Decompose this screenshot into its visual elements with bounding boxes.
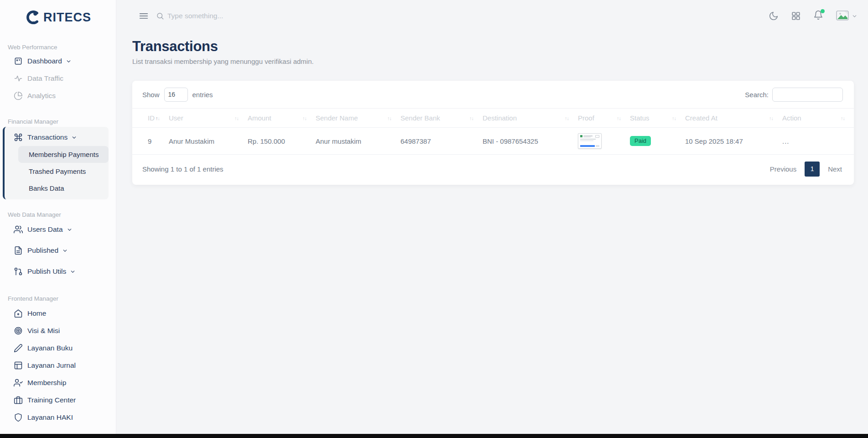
app-window: RITECS Web Performance Dashboard Data Tr… <box>0 0 868 438</box>
sidebar-item-transactions[interactable]: Transactions <box>5 129 109 146</box>
show-label: Show <box>142 91 160 99</box>
sidebar-section-financial-manager: Financial Manager <box>0 118 116 125</box>
column-header-status[interactable]: Status↑↓ <box>630 109 685 128</box>
status-badge: Paid <box>630 136 651 146</box>
cell-amount: Rp. 150.000 <box>248 128 316 155</box>
column-header-created-at[interactable]: Created At↑↓ <box>685 109 782 128</box>
proof-thumbnail[interactable] <box>578 133 602 149</box>
sidebar-item-membership[interactable]: Membership <box>0 374 116 391</box>
sort-icon: ↑↓ <box>387 115 391 121</box>
pagination: Previous 1 Next <box>770 162 842 177</box>
cell-sender-bank: 64987387 <box>400 128 483 155</box>
sidebar: RITECS Web Performance Dashboard Data Tr… <box>0 0 116 438</box>
sidebar-item-trashed-payments[interactable]: Trashed Payments <box>18 163 109 180</box>
sidebar-item-banks-data[interactable]: Banks Data <box>18 180 109 197</box>
sidebar-item-published[interactable]: Published <box>0 240 116 261</box>
activity-icon <box>14 74 23 83</box>
sort-icon: ↑↓ <box>565 115 569 121</box>
sidebar-section-frontend-manager: Frontend Manager <box>0 295 116 302</box>
table-search-label: Search: <box>745 91 769 99</box>
column-header-proof[interactable]: Proof↑↓ <box>578 109 630 128</box>
transactions-table-card: Show entries Search: <box>132 81 854 185</box>
sidebar-item-layanan-jurnal[interactable]: Layanan Jurnal <box>0 357 116 374</box>
global-search-input[interactable] <box>167 12 313 20</box>
file-text-icon <box>14 246 23 255</box>
cell-destination: BNI - 0987654325 <box>483 128 578 155</box>
sort-icon: ↑↓ <box>617 115 621 121</box>
transactions-table: ID↑↓ User↑↓ Amount↑↓ Sender Name↑↓ Sende… <box>132 108 854 155</box>
chevron-down-icon <box>67 227 73 233</box>
sort-icon: ↑↓ <box>469 115 473 121</box>
topbar-search <box>156 12 313 20</box>
sidebar-item-analytics[interactable]: Analytics <box>0 87 116 104</box>
entries-label: entries <box>192 91 213 99</box>
brand-logo[interactable]: RITECS <box>0 7 116 27</box>
cell-created-at: 10 Sep 2025 18:47 <box>685 128 782 155</box>
chevron-down-icon <box>71 135 77 141</box>
table-search-input[interactable] <box>772 88 843 102</box>
sort-icon: ↑↓ <box>302 115 307 121</box>
notification-dot <box>821 9 825 13</box>
sidebar-item-training-center[interactable]: Training Center <box>0 391 116 409</box>
chevron-down-icon <box>66 58 72 64</box>
entries-count-input[interactable] <box>164 88 188 102</box>
user-menu[interactable] <box>836 10 858 22</box>
dashboard-icon <box>14 57 23 66</box>
column-header-amount[interactable]: Amount↑↓ <box>248 109 316 128</box>
cell-user: Anur Mustakim <box>169 128 248 155</box>
main-area: Transactions List transaksi membership y… <box>116 0 868 438</box>
sidebar-item-layanan-haki[interactable]: Layanan HAKI <box>0 409 116 426</box>
sidebar-item-visi-misi[interactable]: Visi & Misi <box>0 322 116 339</box>
briefcase-icon <box>14 396 23 405</box>
shield-icon <box>14 413 23 422</box>
sidebar-item-layanan-buku[interactable]: Layanan Buku <box>0 339 116 357</box>
sidebar-item-publish-utils[interactable]: Publish Utils <box>0 261 116 282</box>
brand-name: RITECS <box>43 10 91 25</box>
pen-icon <box>14 344 23 353</box>
cell-id: 9 <box>132 128 169 155</box>
brand-logo-icon <box>25 10 40 25</box>
current-page-button[interactable]: 1 <box>805 162 820 177</box>
next-page-button[interactable]: Next <box>828 165 842 173</box>
previous-page-button[interactable]: Previous <box>770 165 796 173</box>
sort-icon: ↑↓ <box>841 115 845 121</box>
user-check-icon <box>14 378 23 387</box>
screen-bottom-bar <box>0 434 868 438</box>
cell-sender-name: Anur mustakim <box>316 128 400 155</box>
page-content: Transactions List transaksi membership y… <box>116 32 868 185</box>
page-subtitle: List transaksi membership yang menunggu … <box>132 57 854 65</box>
avatar-broken-image <box>836 10 850 22</box>
column-header-sender-bank[interactable]: Sender Bank↑↓ <box>400 109 483 128</box>
row-actions-button[interactable]: ... <box>782 137 790 145</box>
sidebar-item-membership-payments[interactable]: Membership Payments <box>18 146 109 163</box>
chevron-down-icon <box>62 248 68 254</box>
showing-entries-text: Showing 1 to 1 of 1 entries <box>142 165 223 173</box>
grid-icon[interactable] <box>791 11 801 21</box>
sidebar-item-users-data[interactable]: Users Data <box>0 219 116 240</box>
cell-action: ... <box>782 128 854 155</box>
sidebar-section-web-performance: Web Performance <box>0 44 116 51</box>
column-header-id[interactable]: ID↑↓ <box>132 109 169 128</box>
topbar-actions <box>769 10 858 22</box>
users-icon <box>14 225 23 234</box>
page-title: Transactions <box>132 38 854 55</box>
column-header-sender-name[interactable]: Sender Name↑↓ <box>316 109 400 128</box>
sort-icon: ↑↓ <box>672 115 676 121</box>
command-icon <box>14 133 23 142</box>
sidebar-item-data-traffic[interactable]: Data Traffic <box>0 70 116 87</box>
sort-icon: ↑↓ <box>234 115 239 121</box>
cell-proof <box>578 128 630 155</box>
search-icon <box>156 12 164 20</box>
sidebar-item-dashboard[interactable]: Dashboard <box>0 52 116 70</box>
target-icon <box>14 326 23 335</box>
column-header-destination[interactable]: Destination↑↓ <box>483 109 578 128</box>
sidebar-item-home[interactable]: Home <box>0 305 116 322</box>
column-header-action[interactable]: Action↑↓ <box>782 109 854 128</box>
chevron-down-icon <box>70 269 76 275</box>
sidebar-section-web-data-manager: Web Data Manager <box>0 211 116 218</box>
pie-chart-icon <box>14 91 23 100</box>
column-header-user[interactable]: User↑↓ <box>169 109 248 128</box>
layout-icon <box>14 361 23 370</box>
menu-icon[interactable] <box>139 11 149 21</box>
moon-icon[interactable] <box>769 11 779 21</box>
